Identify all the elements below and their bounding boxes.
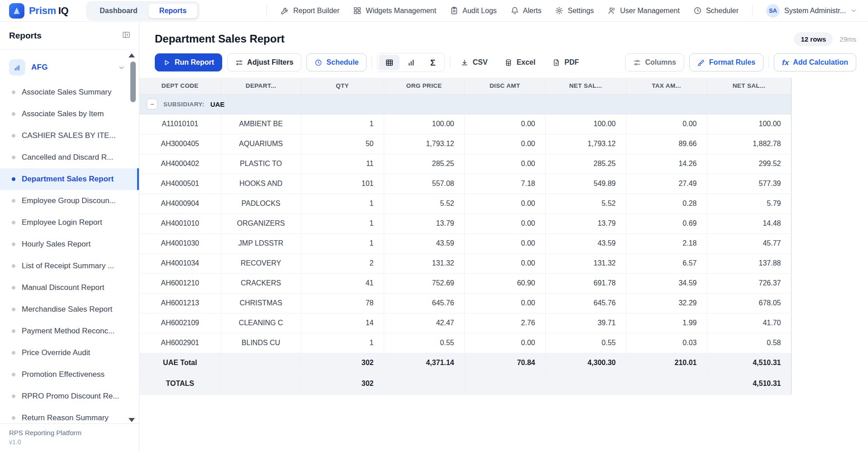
nav-item-user-management[interactable]: User Management — [607, 6, 680, 15]
sidebar-item-merchandise-sales-report[interactable]: Merchandise Sales Report — [0, 299, 139, 320]
table-cell: 285.25 — [384, 154, 464, 174]
export-excel-button[interactable]: Excel — [499, 53, 541, 71]
table-row[interactable]: AH4000501HOOKS AND101557.087.18549.8927.… — [139, 174, 791, 194]
collapse-group-button[interactable] — [147, 99, 157, 109]
table-cell: 27.49 — [626, 174, 707, 194]
table-row[interactable]: AH6001213CHRISTMAS78645.760.00645.7632.2… — [139, 293, 791, 313]
bullet-icon — [12, 308, 15, 311]
sidebar-item-rpro-promo-discount-re[interactable]: RPRO Promo Discount Re... — [0, 385, 139, 407]
sidebar-item-list-of-receipt-summary[interactable]: List of Receipt Summary ... — [0, 255, 139, 277]
table-row[interactable]: AH4001010ORGANIZERS113.790.0013.790.6914… — [139, 214, 791, 233]
gear-icon — [555, 6, 563, 15]
column-header-7[interactable]: NET SAL... — [707, 78, 791, 94]
table-cell: AH6001210 — [139, 273, 221, 293]
sidebar-group-afg[interactable]: AFG — [0, 53, 139, 81]
schedule-button[interactable]: Schedule — [306, 53, 367, 71]
columns-button[interactable]: Columns — [625, 53, 684, 71]
column-header-0[interactable]: DEPT CODE — [139, 78, 221, 94]
adjust-filters-button[interactable]: Adjust Filters — [227, 53, 301, 71]
column-header-1[interactable]: DEPART... — [221, 78, 301, 94]
table-row[interactable]: AH3000405AQUARIUMS501,793.120.001,793.12… — [139, 134, 791, 154]
group-total-row[interactable]: UAE Total3024,371.1470.844,300.30210.014… — [139, 353, 791, 373]
nav-item-settings[interactable]: Settings — [555, 6, 594, 15]
sidebar-item-label: Associate Sales Summary — [22, 88, 111, 97]
sidebar-item-price-override-audit[interactable]: Price Override Audit — [0, 342, 139, 364]
format-rules-button[interactable]: Format Rules — [689, 53, 763, 71]
table-cell: 302 — [301, 353, 384, 373]
table-cell: 0.00 — [464, 114, 545, 134]
table-cell: 4,371.14 — [384, 353, 464, 373]
view-toggle-table-view-icon[interactable] — [379, 55, 400, 70]
sidebar-item-hourly-sales-report[interactable]: Hourly Sales Report — [0, 233, 139, 255]
nav-item-label: Scheduler — [706, 7, 739, 15]
export-csv-button[interactable]: CSV — [455, 53, 493, 71]
table-cell: 78 — [301, 293, 384, 313]
sidebar-item-employee-group-discoun[interactable]: Employee Group Discoun... — [0, 190, 139, 212]
sidebar-header: Reports — [0, 22, 139, 50]
sidebar-item-manual-discount-report[interactable]: Manual Discount Report — [0, 277, 139, 299]
sidebar-scroll-up-arrow[interactable] — [129, 53, 135, 57]
bullet-icon — [12, 177, 15, 181]
nav-item-scheduler[interactable]: Scheduler — [693, 6, 739, 15]
nav-item-audit-logs[interactable]: Audit Logs — [450, 6, 497, 15]
sidebar-item-label: Promotion Effectiveness — [22, 370, 105, 379]
table-row[interactable]: A11010101AMBIENT BE1100.000.00100.000.00… — [139, 114, 791, 134]
sidebar-item-department-sales-report[interactable]: Department Sales Report — [0, 168, 139, 190]
column-header-2[interactable]: QTY — [301, 78, 384, 94]
sidebar-item-associate-sales-by-item[interactable]: Associate Sales by Item — [0, 103, 139, 125]
table-cell: CRACKERS — [221, 273, 301, 293]
sidebar-item-payment-method-reconc[interactable]: Payment Method Reconc... — [0, 320, 139, 342]
nav-item-report-builder[interactable]: Report Builder — [281, 6, 339, 15]
report-table-wrap: DEPT CODEDEPART...QTYORG PRICEDISC AMTNE… — [139, 78, 868, 395]
table-cell: 45.77 — [707, 233, 791, 253]
bullet-icon — [12, 221, 15, 224]
sidebar-item-employee-login-report[interactable]: Employee Login Report — [0, 212, 139, 233]
column-header-4[interactable]: DISC AMT — [464, 78, 545, 94]
topbar: PrismIQ DashboardReports Report BuilderW… — [0, 0, 868, 22]
tab-reports[interactable]: Reports — [148, 4, 197, 18]
table-cell: 678.05 — [707, 293, 791, 313]
sidebar-item-return-reason-summary[interactable]: Return Reason Summary — [0, 407, 139, 423]
grand-total-row[interactable]: TOTALS3024,510.31 — [139, 373, 791, 394]
add-calculation-button[interactable]: fx Add Calculation — [774, 53, 856, 71]
export-pdf-button[interactable]: PDF — [547, 53, 584, 71]
sidebar-item-associate-sales-summary[interactable]: Associate Sales Summary — [0, 81, 139, 103]
clipboard-icon — [450, 6, 458, 15]
sidebar-item-cancelled-and-discard-r[interactable]: Cancelled and Discard R... — [0, 147, 139, 168]
table-row[interactable]: AH4000402PLASTIC TO11285.250.00285.2514.… — [139, 154, 791, 174]
table-cell: 1 — [301, 214, 384, 233]
column-header-6[interactable]: TAX AM... — [626, 78, 707, 94]
user-menu[interactable]: SA System Administr... — [766, 4, 857, 18]
nav-item-alerts[interactable]: Alerts — [510, 6, 542, 15]
columns-settings-icon — [633, 59, 641, 66]
toolbar-divider — [372, 57, 372, 68]
run-report-button[interactable]: Run Report — [155, 53, 222, 71]
tab-dashboard[interactable]: Dashboard — [89, 4, 148, 18]
sidebar-item-cashier-sales-by-ite[interactable]: CASHIER SALES BY ITE... — [0, 125, 139, 147]
nav-item-widgets-management[interactable]: Widgets Management — [353, 6, 436, 15]
column-header-3[interactable]: ORG PRICE — [384, 78, 464, 94]
table-cell: AQUARIUMS — [221, 134, 301, 154]
table-row[interactable]: AH6002901BLINDS CU10.550.000.550.030.58 — [139, 333, 791, 353]
bullet-icon — [12, 199, 15, 203]
column-header-5[interactable]: NET SAL... — [545, 78, 626, 94]
table-cell: AH6002901 — [139, 333, 221, 353]
sidebar-item-promotion-effectiveness[interactable]: Promotion Effectiveness — [0, 364, 139, 385]
sidebar-title: Reports — [9, 31, 42, 41]
table-row[interactable]: AH4001034RECOVERY2131.320.00131.326.5713… — [139, 253, 791, 273]
table-cell: 1 — [301, 333, 384, 353]
sidebar-scroll-down-arrow[interactable] — [129, 418, 135, 422]
nav-item-label: Audit Logs — [463, 7, 497, 15]
table-row[interactable]: AH6002109CLEANING C1442.472.7639.711.994… — [139, 313, 791, 333]
view-toggle-chart-view-icon[interactable] — [401, 55, 421, 70]
table-cell: 0.58 — [707, 333, 791, 353]
sidebar-collapse-button[interactable] — [122, 30, 131, 41]
table-row[interactable]: AH4000904PADLOCKS15.520.005.520.285.79 — [139, 194, 791, 214]
view-toggle-sigma-icon[interactable]: Σ — [422, 55, 443, 70]
sidebar-scrollbar-thumb[interactable] — [130, 62, 136, 102]
table-cell: 549.89 — [545, 174, 626, 194]
table-row[interactable]: AH4001030JMP LDSSTR143.590.0043.592.1845… — [139, 233, 791, 253]
toolbar-divider — [450, 57, 450, 68]
platform-version: v1.0 — [9, 438, 130, 446]
table-row[interactable]: AH6001210CRACKERS41752.6960.90691.7834.5… — [139, 273, 791, 293]
